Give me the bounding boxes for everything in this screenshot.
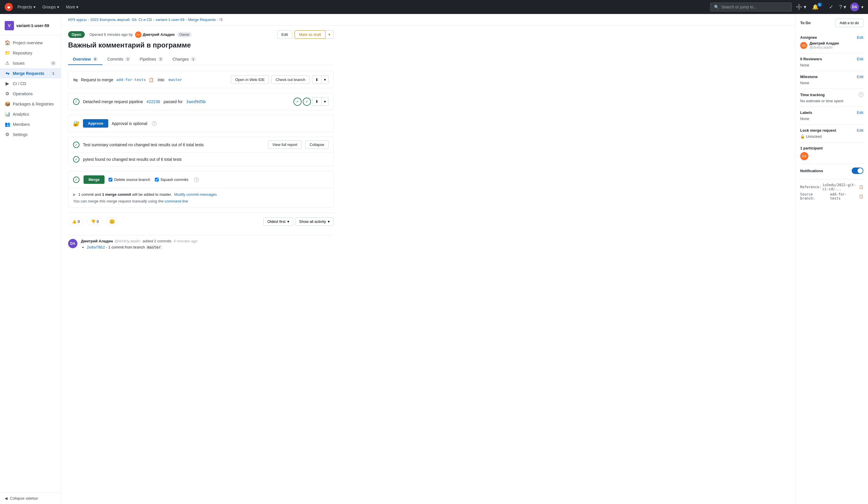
reviewers-edit-link[interactable]: Edit bbox=[857, 57, 863, 61]
time-tracking-section: Time tracking ? No estimate or time spen… bbox=[800, 89, 863, 107]
mr-detail: Open Opened 6 minutes ago by DA Дмитрий … bbox=[61, 26, 341, 258]
emoji-picker-button[interactable]: 😊 bbox=[106, 217, 118, 226]
tab-changes[interactable]: Changes 1 bbox=[168, 54, 200, 65]
merge-button[interactable]: Merge bbox=[84, 175, 104, 184]
groups-menu[interactable]: Groups ▾ bbox=[40, 3, 61, 10]
lock-edit-link[interactable]: Edit bbox=[857, 128, 863, 133]
command-line-link[interactable]: command line bbox=[164, 199, 188, 203]
sidebar-item-repository[interactable]: 📁 Repository bbox=[0, 48, 61, 58]
squash-commits-checkbox[interactable] bbox=[155, 178, 159, 181]
merge-request-box: ⇋ Request to merge add-for-tests 📋 into … bbox=[68, 71, 333, 88]
repository-icon: 📁 bbox=[5, 50, 10, 56]
into-text: into bbox=[158, 78, 164, 82]
delete-source-label[interactable]: Delete source branch bbox=[108, 178, 150, 182]
sidebar-item-label: Members bbox=[13, 122, 30, 127]
notifications-toggle[interactable]: ✓ bbox=[852, 168, 863, 174]
pipeline-text-prefix: Detached merge request pipeline bbox=[83, 99, 143, 104]
help-button[interactable]: ? ▾ bbox=[837, 2, 848, 12]
sidebar-item-project-overview[interactable]: 🏠 Project overview bbox=[0, 38, 61, 48]
commit-info-text: 1 commit and 1 merge commit will be adde… bbox=[78, 192, 217, 196]
lock-label: Lock merge request bbox=[800, 128, 836, 133]
commit-hash-2e0af[interactable]: 2e0af0b2 bbox=[87, 245, 105, 249]
target-branch-link[interactable]: master bbox=[168, 78, 182, 82]
test-results-section: ✓ Test summary contained no changed test… bbox=[68, 137, 333, 167]
lock-value: 🔓 Unlocked bbox=[800, 134, 863, 139]
author-link[interactable]: Дмитрий Аладин bbox=[143, 32, 175, 37]
assignee-section: Assignee Edit DA Дмитрий Аладин @dmitry.… bbox=[800, 32, 863, 53]
collapse-button[interactable]: Collapse bbox=[305, 140, 329, 149]
sidebar-item-cicd[interactable]: ▶ CI / CD bbox=[0, 78, 61, 89]
search-box[interactable]: 🔍 Search or jump to... bbox=[710, 3, 792, 11]
assignee-edit-link[interactable]: Edit bbox=[857, 35, 863, 40]
sidebar-item-members[interactable]: 👥 Members bbox=[0, 119, 61, 129]
thumbsdown-button[interactable]: 👎 0 bbox=[87, 218, 102, 225]
user-avatar[interactable]: DA bbox=[850, 3, 859, 11]
milestone-edit-link[interactable]: Edit bbox=[857, 74, 863, 79]
copy-reference-icon[interactable]: 📋 bbox=[859, 185, 863, 189]
sidebar-item-issues[interactable]: ⚠ Issues 0 bbox=[0, 58, 61, 68]
commit-info: ▶ 1 commit and 1 merge commit will be ad… bbox=[69, 188, 333, 208]
show-all-activity-select[interactable]: Show all activity ▾ bbox=[296, 217, 333, 226]
collapse-sidebar[interactable]: ◀ Collapse sidebar bbox=[0, 492, 61, 504]
main-content: ИУ5 курсы › 2022 Контроль версий. Git. C… bbox=[61, 14, 868, 504]
source-branch-link[interactable]: add-for-tests bbox=[116, 78, 146, 82]
breadcrumb-variant[interactable]: variant-1-user-59 bbox=[156, 18, 185, 22]
sidebar-item-packages[interactable]: 📦 Packages & Registries bbox=[0, 99, 61, 109]
tab-pipelines[interactable]: Pipelines 3 bbox=[135, 54, 168, 65]
collapse-icon: ◀ bbox=[5, 496, 8, 501]
mr-tabs: Overview 0 Commits 3 Pipelines 3 Changes… bbox=[68, 54, 333, 65]
pipeline-check-icon-2[interactable]: ✓ bbox=[303, 98, 311, 106]
gitlab-logo[interactable] bbox=[5, 3, 13, 11]
thumbsup-button[interactable]: 👍 0 bbox=[68, 218, 84, 225]
view-full-report-button[interactable]: View full report bbox=[268, 140, 302, 149]
copy-source-icon[interactable]: 📋 bbox=[149, 78, 154, 82]
test-text-2: pytest found no changed test results out… bbox=[83, 157, 182, 162]
breadcrumb-iu5[interactable]: ИУ5 курсы bbox=[68, 18, 87, 22]
edit-button[interactable]: Edit bbox=[277, 30, 292, 39]
expand-icon: ▶ bbox=[73, 192, 76, 196]
sidebar-item-merge-requests[interactable]: ⇋ Merge Requests 1 bbox=[0, 68, 61, 78]
tab-commits[interactable]: Commits 3 bbox=[102, 54, 135, 65]
approve-button[interactable]: Approve bbox=[83, 119, 108, 128]
modify-messages-link[interactable]: Modify commit messages bbox=[174, 192, 217, 196]
reactions-bar: 👍 0 👎 0 😊 Oldest first ▾ Show all activi… bbox=[68, 212, 333, 230]
create-button[interactable]: ➕ ▾ bbox=[794, 2, 808, 12]
assignee-handle: @dmitry.aladin bbox=[809, 46, 839, 50]
pipeline-check-icon-1[interactable]: ✓ bbox=[293, 98, 301, 106]
time-tracking-help-icon[interactable]: ? bbox=[859, 92, 863, 97]
checkout-branch-button[interactable]: Check out branch bbox=[271, 75, 310, 84]
download-dropdown[interactable]: ▾ bbox=[322, 75, 329, 84]
delete-source-checkbox[interactable] bbox=[108, 178, 112, 181]
squash-commits-label[interactable]: Squash commits bbox=[155, 178, 188, 182]
oldest-first-select[interactable]: Oldest first ▾ bbox=[264, 217, 293, 226]
tab-overview[interactable]: Overview 0 bbox=[68, 54, 102, 65]
draft-dropdown[interactable]: ▾ bbox=[326, 30, 333, 39]
sidebar-item-operations[interactable]: ⚙ Operations bbox=[0, 89, 61, 99]
notifications-button[interactable]: 🔔6 bbox=[810, 2, 825, 12]
open-webide-button[interactable]: Open in Web IDE bbox=[231, 75, 269, 84]
pipeline-download-dd[interactable]: ▾ bbox=[322, 97, 329, 106]
sidebar-item-settings[interactable]: ⚙ Settings bbox=[0, 129, 61, 140]
mark-draft-button[interactable]: Mark as draft bbox=[294, 30, 326, 39]
sidebar-item-analytics[interactable]: 📊 Analytics bbox=[0, 109, 61, 119]
copy-source-branch-icon[interactable]: 📋 bbox=[859, 194, 863, 199]
sidebar-item-label: Operations bbox=[13, 91, 33, 96]
commit-hash-link[interactable]: 3aed9d5b bbox=[186, 99, 206, 104]
labels-edit-link[interactable]: Edit bbox=[857, 110, 863, 115]
sidebar-item-label: CI / CD bbox=[13, 81, 26, 86]
projects-menu[interactable]: Projects ▾ bbox=[15, 3, 38, 10]
more-menu[interactable]: More ▾ bbox=[64, 3, 81, 10]
approval-help-icon[interactable]: ? bbox=[152, 121, 157, 126]
add-todo-button[interactable]: Add a to do bbox=[835, 19, 864, 27]
breadcrumb-mr[interactable]: Merge Requests bbox=[188, 18, 216, 22]
breadcrumb-course[interactable]: 2022 Контроль версий. Git. CI и CD bbox=[90, 18, 152, 22]
activity-item: DA Дмитрий Аладин @dmitriy.aladin added … bbox=[68, 235, 333, 253]
milestone-value: None bbox=[800, 81, 863, 85]
pipeline-download-btn[interactable]: ⬇ bbox=[312, 97, 322, 106]
todo-button[interactable]: ✓ bbox=[827, 2, 835, 12]
pipeline-id-link[interactable]: #22236 bbox=[146, 99, 160, 104]
download-button[interactable]: ⬇ bbox=[312, 75, 322, 84]
project-avatar: V bbox=[5, 21, 14, 30]
squash-help-icon[interactable]: ? bbox=[194, 178, 199, 182]
commit-expand[interactable]: ▶ 1 commit and 1 merge commit will be ad… bbox=[73, 192, 329, 196]
